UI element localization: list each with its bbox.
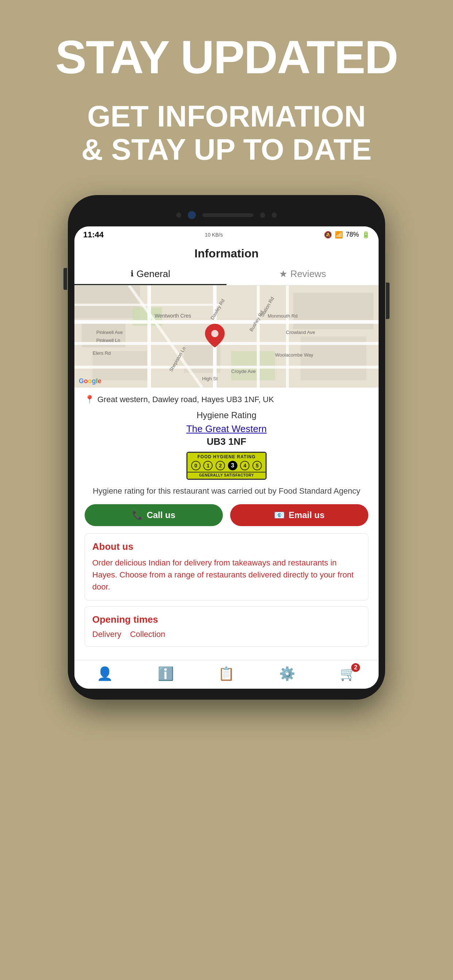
battery-text: 78%: [346, 231, 359, 239]
speaker-bar: [203, 213, 254, 217]
svg-rect-13: [147, 285, 151, 388]
badge-num-4: 4: [240, 461, 249, 470]
nav-person[interactable]: 👤: [97, 666, 113, 681]
svg-text:Crowland Ave: Crowland Ave: [286, 329, 315, 335]
battery-icon: 🔋: [362, 231, 370, 239]
sensor-dot: [272, 213, 277, 218]
content-area: 📍 Great western, Dawley road, Hayes UB3 …: [74, 388, 379, 660]
app-header: Information ℹ General ★ Reviews: [74, 242, 379, 285]
delivery-link[interactable]: Delivery: [92, 630, 121, 639]
status-right-icons: 🔕 📶 78% 🔋: [324, 231, 370, 239]
phone-frame: 11:44 10 KB/s 🔕 📶 78% 🔋 Information ℹ: [68, 195, 385, 700]
badge-subtitle: GENERALLY SATISFACTORY: [189, 473, 264, 477]
opening-times-links: Delivery Collection: [92, 630, 361, 639]
hygiene-badge-container: FOOD HYGIENE RATING 0 1 2 3 4 5 GENERALL…: [85, 452, 368, 480]
star-icon: ★: [279, 268, 287, 280]
nav-menu[interactable]: 📋: [218, 666, 234, 681]
address-text: Great western, Dawley road, Hayes UB3 1N…: [97, 395, 274, 404]
signal-icon: 📶: [335, 231, 343, 239]
settings-icon: ⚙️: [279, 666, 295, 681]
about-us-title: About us: [92, 541, 361, 552]
hygiene-info-text: Hygiene rating for this restaurant was c…: [85, 485, 368, 497]
svg-text:Monmouth Rd: Monmouth Rd: [268, 313, 298, 319]
info-nav-icon: ℹ️: [158, 666, 174, 681]
badge-top: FOOD HYGIENE RATING: [187, 453, 266, 460]
tab-reviews[interactable]: ★ Reviews: [226, 265, 379, 285]
svg-text:Woolacombe Way: Woolacombe Way: [275, 352, 313, 358]
nav-settings[interactable]: ⚙️: [279, 666, 295, 681]
svg-point-32: [211, 330, 219, 337]
nav-basket[interactable]: 🛒 2: [340, 666, 356, 681]
restaurant-name-link[interactable]: The Great Western: [85, 423, 368, 434]
badge-num-0: 0: [191, 461, 201, 470]
camera-dot-left: [176, 213, 181, 218]
badge-num-2: 2: [215, 461, 225, 470]
phone-mockup: 11:44 10 KB/s 🔕 📶 78% 🔋 Information ℹ: [68, 195, 385, 700]
badge-num-3: 3: [228, 461, 238, 470]
email-icon: 📧: [274, 510, 285, 520]
bottom-nav: 👤 ℹ️ 📋 ⚙️ 🛒 2: [74, 660, 379, 689]
action-buttons: 📞 Call us 📧 Email us: [85, 504, 368, 526]
svg-rect-11: [74, 366, 379, 369]
hero-section: STAY UPDATED GET INFORMATION & STAY UP T…: [0, 0, 453, 166]
status-bar: 11:44 10 KB/s 🔕 📶 78% 🔋: [74, 226, 379, 242]
phone-screen: 11:44 10 KB/s 🔕 📶 78% 🔋 Information ℹ: [74, 226, 379, 689]
svg-text:Croyde Ave: Croyde Ave: [231, 369, 256, 374]
menu-icon: 📋: [218, 666, 234, 681]
badge-numbers-row: 0 1 2 3 4 5: [187, 460, 266, 472]
svg-rect-15: [257, 285, 260, 388]
status-data-speed: 10 KB/s: [205, 232, 223, 238]
camera-dot-right: [260, 213, 265, 218]
tab-general[interactable]: ℹ General: [74, 265, 226, 285]
postcode: UB3 1NF: [85, 436, 368, 447]
svg-text:Pinkwell Ln: Pinkwell Ln: [96, 337, 120, 343]
svg-text:Elers Rd: Elers Rd: [93, 350, 111, 356]
svg-rect-9: [74, 320, 379, 324]
location-pin-icon: 📍: [85, 395, 94, 404]
mute-icon: 🔕: [324, 231, 332, 239]
badge-num-1: 1: [203, 461, 213, 470]
person-icon: 👤: [97, 666, 113, 681]
call-us-button[interactable]: 📞 Call us: [85, 504, 223, 526]
hero-subtitle: GET INFORMATION & STAY UP TO DATE: [22, 100, 431, 165]
badge-bottom: GENERALLY SATISFACTORY: [187, 472, 266, 479]
hygiene-label: Hygiene Rating: [85, 410, 368, 420]
nav-info[interactable]: ℹ️: [158, 666, 174, 681]
svg-text:Google: Google: [79, 377, 101, 385]
tabs-row: ℹ General ★ Reviews: [74, 265, 379, 285]
badge-title: FOOD HYGIENE RATING: [190, 454, 263, 460]
map-area[interactable]: Wentworth Cres Elers Rd Pinkwell Ave Pin…: [74, 285, 379, 388]
svg-rect-1: [74, 285, 140, 318]
phone-top-bar: [74, 206, 379, 224]
svg-text:Pinkwell Ave: Pinkwell Ave: [96, 329, 123, 335]
info-icon: ℹ: [131, 269, 134, 278]
camera-lens: [188, 211, 196, 219]
phone-icon: 📞: [132, 510, 143, 520]
svg-text:Wentworth Cres: Wentworth Cres: [155, 313, 191, 319]
opening-times-title: Opening times: [92, 614, 361, 625]
app-title: Information: [74, 247, 379, 260]
hygiene-badge: FOOD HYGIENE RATING 0 1 2 3 4 5 GENERALL…: [187, 452, 266, 480]
about-us-text: Order delicious Indian for delivery from…: [92, 557, 361, 593]
address-row: 📍 Great western, Dawley road, Hayes UB3 …: [85, 395, 368, 404]
status-time: 11:44: [83, 230, 104, 240]
email-us-button[interactable]: 📧 Email us: [230, 504, 368, 526]
svg-text:High St: High St: [202, 376, 218, 381]
about-us-card: About us Order delicious Indian for deli…: [85, 533, 368, 600]
basket-badge: 2: [351, 663, 360, 672]
badge-num-5: 5: [252, 461, 262, 470]
hero-title: STAY UPDATED: [22, 33, 431, 82]
svg-rect-16: [286, 285, 289, 388]
opening-times-card: Opening times Delivery Collection: [85, 606, 368, 647]
collection-link[interactable]: Collection: [130, 630, 165, 639]
